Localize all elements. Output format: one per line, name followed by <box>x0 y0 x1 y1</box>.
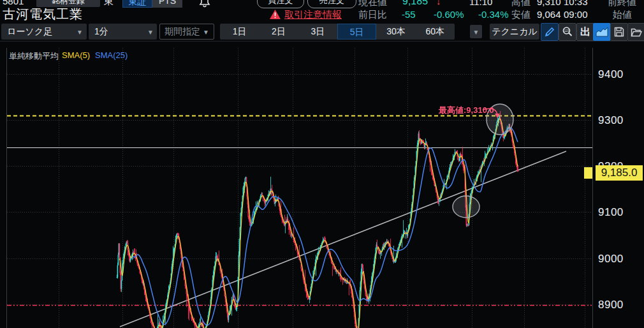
current-price-label: 現在値 <box>358 0 387 8</box>
last-price-tag: 9,185.0 <box>596 165 643 181</box>
change-percent: -0.60% <box>434 9 464 20</box>
stock-name: 古河電気工業 <box>3 6 83 23</box>
draw-tool-button[interactable] <box>541 23 559 41</box>
y-axis-tick-8900: 8900 <box>598 299 624 311</box>
magnifier-123-icon: 123 <box>562 26 573 38</box>
period-button-2日[interactable]: 2日 <box>259 24 298 40</box>
toolbar-divider <box>0 41 644 41</box>
period-button-30本[interactable]: 30本 <box>376 24 415 40</box>
export-button[interactable]: 出 <box>576 23 594 41</box>
high-time: 10:33 <box>564 0 588 7</box>
y-axis-tick-9300: 9300 <box>598 114 624 127</box>
price-chart-canvas[interactable] <box>7 48 592 328</box>
period-range-button[interactable]: 期間指定 ▼ <box>159 24 214 40</box>
low-value: 9,064 <box>537 9 561 20</box>
market-tag: 東 <box>104 0 113 8</box>
open-folder-button[interactable] <box>627 23 644 41</box>
buy-order-button[interactable]: 買注文 <box>257 0 304 8</box>
period-button-60本[interactable]: 60本 <box>416 24 455 40</box>
current-price: 9,185 <box>402 0 428 7</box>
current-time: 11:10 <box>469 0 492 7</box>
chart-type-select[interactable]: ローソク足 ▼ <box>1 24 87 40</box>
y-axis-tick-9000: 9000 <box>598 253 624 265</box>
chevron-down-icon: ▼ <box>473 29 479 36</box>
high-label: 高値 <box>511 0 531 8</box>
low-time: 09:00 <box>564 9 588 20</box>
folder-icon <box>631 27 642 37</box>
floppy-disk-icon <box>614 27 624 37</box>
interval-select[interactable]: 1分 ▼ <box>89 24 157 40</box>
y-axis-tick-9100: 9100 <box>598 206 624 219</box>
chevron-down-icon: ▼ <box>77 24 83 40</box>
sell-order-button[interactable]: 売注文 <box>307 0 356 8</box>
more-periods-dropdown[interactable]: ▼ <box>470 25 482 38</box>
period-button-group: 1日2日3日5日30本60本 <box>220 24 455 40</box>
chevron-down-icon: ▼ <box>147 24 154 40</box>
change-value: -55 <box>402 9 416 20</box>
period-button-1日[interactable]: 1日 <box>220 24 259 40</box>
prev-close-label: 前終値 <box>608 0 636 8</box>
trading-caution-link[interactable]: 取引注意情報 <box>284 9 342 21</box>
chevron-down-icon: ▼ <box>203 29 209 36</box>
app-window: 5801 銘柄登録 東 東証 PTS 買注文 売注文 現在値 9,185 ↓ 1… <box>0 0 644 328</box>
zoom-values-button[interactable]: 123 <box>559 23 576 41</box>
period-button-5日[interactable]: 5日 <box>337 24 376 40</box>
technical-button[interactable]: テクニカル <box>490 24 539 40</box>
change-label: 前日比 <box>358 9 387 21</box>
save-button[interactable] <box>610 23 628 41</box>
plot-left-border <box>6 48 7 328</box>
y-axis-tick-9400: 9400 <box>598 68 624 81</box>
area-chart-icon <box>596 27 608 37</box>
low-label: 安値 <box>511 9 531 21</box>
period-button-3日[interactable]: 3日 <box>298 24 337 40</box>
highest-price-annotation: 最高値:9,310.0 <box>439 105 494 116</box>
tab-tose[interactable]: 東証 <box>122 0 152 8</box>
price-down-arrow-icon: ↓ <box>436 0 441 6</box>
high-value: 9,310 <box>537 0 561 7</box>
svg-text:123: 123 <box>564 29 569 33</box>
tab-pts[interactable]: PTS <box>152 0 182 8</box>
pencil-icon <box>545 27 555 37</box>
open-label: 始値 <box>613 9 632 21</box>
warning-icon <box>270 10 281 19</box>
plot-right-border <box>592 48 593 328</box>
chart-style-button[interactable] <box>593 23 611 41</box>
change-percent-2: -0.34% <box>478 9 509 20</box>
notification-bell-icon[interactable] <box>197 0 212 8</box>
